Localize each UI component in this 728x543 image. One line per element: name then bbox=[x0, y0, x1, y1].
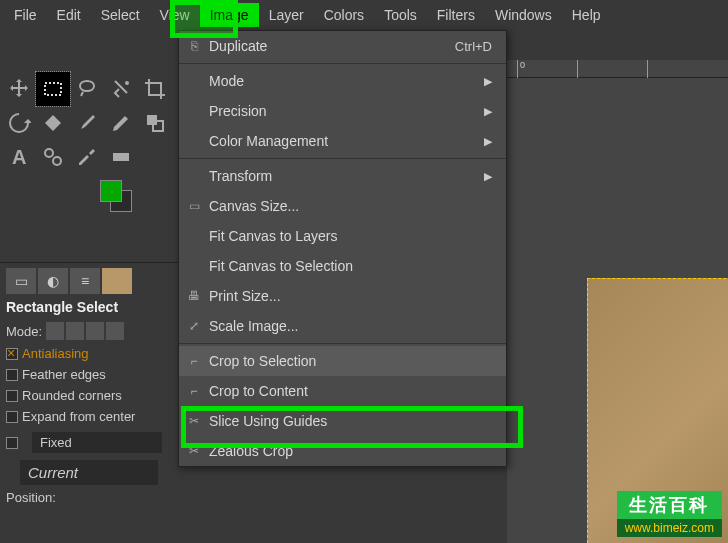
antialiasing-checkbox[interactable] bbox=[6, 348, 18, 360]
menu-file[interactable]: File bbox=[4, 3, 47, 27]
options-tab-3[interactable]: ≡ bbox=[70, 268, 100, 294]
feather-label: Feather edges bbox=[22, 367, 106, 382]
fg-color-swatch[interactable] bbox=[100, 180, 122, 202]
tool-rotate[interactable] bbox=[2, 106, 36, 140]
menu-item-label: Precision bbox=[209, 103, 484, 119]
fixed-row[interactable]: Fixed bbox=[6, 427, 172, 458]
menu-item-zealous-crop[interactable]: ✂ Zealous Crop bbox=[179, 436, 506, 466]
image-menu-dropdown: ⎘ Duplicate Ctrl+D Mode ▶ Precision ▶ Co… bbox=[178, 30, 507, 467]
ruler-tick: 0 bbox=[517, 60, 525, 78]
tool-picker[interactable] bbox=[70, 140, 104, 174]
ruler-tick bbox=[577, 60, 580, 78]
tool-brush[interactable] bbox=[70, 106, 104, 140]
antialiasing-row[interactable]: Antialiasing bbox=[6, 343, 172, 364]
menu-item-canvas-size[interactable]: ▭ Canvas Size... bbox=[179, 191, 506, 221]
menu-item-label: Duplicate bbox=[209, 38, 455, 54]
tool-pencil[interactable] bbox=[104, 106, 138, 140]
tool-grid: A bbox=[0, 70, 178, 176]
svg-text:A: A bbox=[12, 146, 26, 168]
menu-help[interactable]: Help bbox=[562, 3, 611, 27]
crop-icon: ⌐ bbox=[185, 354, 203, 368]
menu-item-crop-selection[interactable]: ⌐ Crop to Selection bbox=[179, 346, 506, 376]
svg-rect-0 bbox=[45, 83, 61, 95]
slice-icon: ✂ bbox=[185, 444, 203, 458]
menu-item-shortcut: Ctrl+D bbox=[455, 39, 492, 54]
tool-lasso[interactable] bbox=[70, 72, 104, 106]
feather-checkbox[interactable] bbox=[6, 369, 18, 381]
rounded-checkbox[interactable] bbox=[6, 390, 18, 402]
tool-crop[interactable] bbox=[138, 72, 172, 106]
menu-item-fit-selection[interactable]: Fit Canvas to Selection bbox=[179, 251, 506, 281]
menu-separator bbox=[179, 63, 506, 64]
menu-item-label: Color Management bbox=[209, 133, 484, 149]
menu-image[interactable]: Image bbox=[200, 3, 259, 27]
tool-measure[interactable] bbox=[36, 140, 70, 174]
fixed-value[interactable]: Fixed bbox=[32, 432, 162, 453]
mode-subtract[interactable] bbox=[86, 322, 104, 340]
menu-filters[interactable]: Filters bbox=[427, 3, 485, 27]
submenu-arrow-icon: ▶ bbox=[484, 105, 492, 118]
canvas-background[interactable] bbox=[507, 78, 728, 543]
tool-rect-select[interactable] bbox=[36, 72, 70, 106]
watermark-title: 生活百科 bbox=[617, 491, 722, 519]
mode-replace[interactable] bbox=[46, 322, 64, 340]
watermark-url: www.bimeiz.com bbox=[617, 519, 722, 537]
menu-edit[interactable]: Edit bbox=[47, 3, 91, 27]
menu-item-mode[interactable]: Mode ▶ bbox=[179, 66, 506, 96]
print-icon: 🖶 bbox=[185, 289, 203, 303]
menu-colors[interactable]: Colors bbox=[314, 3, 374, 27]
watermark: 生活百科 www.bimeiz.com bbox=[617, 491, 722, 537]
tool-options-title: Rectangle Select bbox=[6, 295, 172, 319]
scale-icon: ⤢ bbox=[185, 319, 203, 333]
expand-row[interactable]: Expand from center bbox=[6, 406, 172, 427]
menu-item-transform[interactable]: Transform ▶ bbox=[179, 161, 506, 191]
submenu-arrow-icon: ▶ bbox=[484, 75, 492, 88]
menu-view[interactable]: View bbox=[150, 3, 200, 27]
tool-text[interactable]: A bbox=[2, 140, 36, 174]
tool-clone[interactable] bbox=[138, 106, 172, 140]
tool-options-panel: ▭ ◐ ≡ Rectangle Select Mode: Antialiasin… bbox=[0, 265, 178, 510]
menu-item-precision[interactable]: Precision ▶ bbox=[179, 96, 506, 126]
menu-item-slice-guides[interactable]: ✂ Slice Using Guides bbox=[179, 406, 506, 436]
menu-layer[interactable]: Layer bbox=[259, 3, 314, 27]
tool-gradient[interactable] bbox=[104, 140, 138, 174]
color-swatches[interactable] bbox=[100, 180, 140, 220]
svg-point-1 bbox=[125, 81, 129, 85]
toolbox: A bbox=[0, 70, 178, 220]
menu-item-label: Canvas Size... bbox=[209, 198, 492, 214]
menu-item-fit-layers[interactable]: Fit Canvas to Layers bbox=[179, 221, 506, 251]
menu-tools[interactable]: Tools bbox=[374, 3, 427, 27]
current-value[interactable]: Current bbox=[20, 460, 158, 485]
ruler-tick bbox=[647, 60, 650, 78]
feather-row[interactable]: Feather edges bbox=[6, 364, 172, 385]
canvas-area: 0 bbox=[507, 60, 728, 543]
fixed-checkbox[interactable] bbox=[6, 437, 18, 449]
expand-checkbox[interactable] bbox=[6, 411, 18, 423]
menu-item-label: Zealous Crop bbox=[209, 443, 492, 459]
menu-windows[interactable]: Windows bbox=[485, 3, 562, 27]
options-tab-2[interactable]: ◐ bbox=[38, 268, 68, 294]
menu-item-label: Mode bbox=[209, 73, 484, 89]
menu-item-label: Fit Canvas to Layers bbox=[209, 228, 492, 244]
menu-item-print-size[interactable]: 🖶 Print Size... bbox=[179, 281, 506, 311]
menu-item-crop-content[interactable]: ⌐ Crop to Content bbox=[179, 376, 506, 406]
mode-row: Mode: bbox=[6, 319, 172, 343]
tool-bucket[interactable] bbox=[36, 106, 70, 140]
menu-item-label: Crop to Content bbox=[209, 383, 492, 399]
slice-icon: ✂ bbox=[185, 414, 203, 428]
mode-add[interactable] bbox=[66, 322, 84, 340]
options-tab-thumbnail[interactable] bbox=[102, 268, 132, 294]
tool-move[interactable] bbox=[2, 72, 36, 106]
menu-item-duplicate[interactable]: ⎘ Duplicate Ctrl+D bbox=[179, 31, 506, 61]
rounded-row[interactable]: Rounded corners bbox=[6, 385, 172, 406]
menu-item-scale-image[interactable]: ⤢ Scale Image... bbox=[179, 311, 506, 341]
position-row: Position: bbox=[6, 487, 172, 508]
submenu-arrow-icon: ▶ bbox=[484, 135, 492, 148]
menu-select[interactable]: Select bbox=[91, 3, 150, 27]
menu-separator bbox=[179, 158, 506, 159]
options-tab-1[interactable]: ▭ bbox=[6, 268, 36, 294]
ruler-horizontal[interactable]: 0 bbox=[507, 60, 728, 78]
menu-item-color-management[interactable]: Color Management ▶ bbox=[179, 126, 506, 156]
tool-fuzzy-select[interactable] bbox=[104, 72, 138, 106]
mode-intersect[interactable] bbox=[106, 322, 124, 340]
